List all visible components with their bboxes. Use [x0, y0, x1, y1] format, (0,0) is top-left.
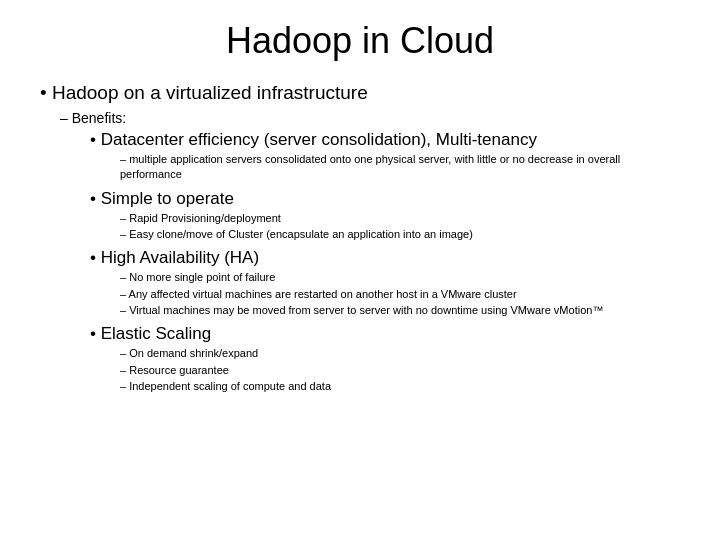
section-3-detail-2: Any affected virtual machines are restar…: [120, 287, 680, 302]
section-4-detail-3-text: Independent scaling of compute and data: [120, 380, 331, 392]
section-1: Datacenter efficiency (server consolidat…: [90, 128, 680, 183]
section-4-detail-2-text: Resource guarantee: [120, 364, 229, 376]
benefits-list: Benefits: Datacenter efficiency (server …: [40, 109, 680, 395]
benefits-header: Benefits: Datacenter efficiency (server …: [60, 109, 680, 395]
section-3: High Availability (HA) No more single po…: [90, 246, 680, 318]
slide-title: Hadoop in Cloud: [40, 20, 680, 62]
section-3-details: No more single point of failure Any affe…: [90, 270, 680, 318]
section-3-detail-2-text: Any affected virtual machines are restar…: [120, 288, 517, 300]
section-4: Elastic Scaling On demand shrink/expand …: [90, 322, 680, 394]
section-2-details: Rapid Provisioning/deployment Easy clone…: [90, 211, 680, 243]
slide: Hadoop in Cloud Hadoop on a virtualized …: [0, 0, 720, 540]
section-2-detail-1-text: Rapid Provisioning/deployment: [120, 212, 281, 224]
benefits-label: Benefits:: [60, 110, 126, 126]
section-3-detail-1: No more single point of failure: [120, 270, 680, 285]
section-2-detail-1: Rapid Provisioning/deployment: [120, 211, 680, 226]
section-1-detail-1-text: multiple application servers consolidate…: [120, 153, 620, 180]
main-bullet-item: Hadoop on a virtualized infrastructure B…: [40, 80, 680, 394]
section-1-header: Datacenter efficiency (server consolidat…: [90, 130, 537, 149]
slide-content: Hadoop on a virtualized infrastructure B…: [40, 80, 680, 396]
section-4-detail-1: On demand shrink/expand: [120, 346, 680, 361]
section-2-detail-2: Easy clone/move of Cluster (encapsulate …: [120, 227, 680, 242]
section-3-detail-1-text: No more single point of failure: [120, 271, 275, 283]
section-4-detail-3: Independent scaling of compute and data: [120, 379, 680, 394]
section-4-header: Elastic Scaling: [90, 324, 211, 343]
main-list: Hadoop on a virtualized infrastructure B…: [40, 80, 680, 394]
main-bullet-text: Hadoop on a virtualized infrastructure: [40, 82, 368, 103]
sections-list: Datacenter efficiency (server consolidat…: [60, 128, 680, 394]
section-4-details: On demand shrink/expand Resource guarant…: [90, 346, 680, 394]
section-3-header: High Availability (HA): [90, 248, 259, 267]
section-4-detail-2: Resource guarantee: [120, 363, 680, 378]
section-3-detail-3: Virtual machines may be moved from serve…: [120, 303, 680, 318]
section-2: Simple to operate Rapid Provisioning/dep…: [90, 187, 680, 243]
section-4-detail-1-text: On demand shrink/expand: [120, 347, 258, 359]
section-1-detail-1: multiple application servers consolidate…: [120, 152, 680, 183]
section-1-details: multiple application servers consolidate…: [90, 152, 680, 183]
section-2-header: Simple to operate: [90, 189, 234, 208]
section-3-detail-3-text: Virtual machines may be moved from serve…: [120, 304, 603, 316]
section-2-detail-2-text: Easy clone/move of Cluster (encapsulate …: [120, 228, 473, 240]
